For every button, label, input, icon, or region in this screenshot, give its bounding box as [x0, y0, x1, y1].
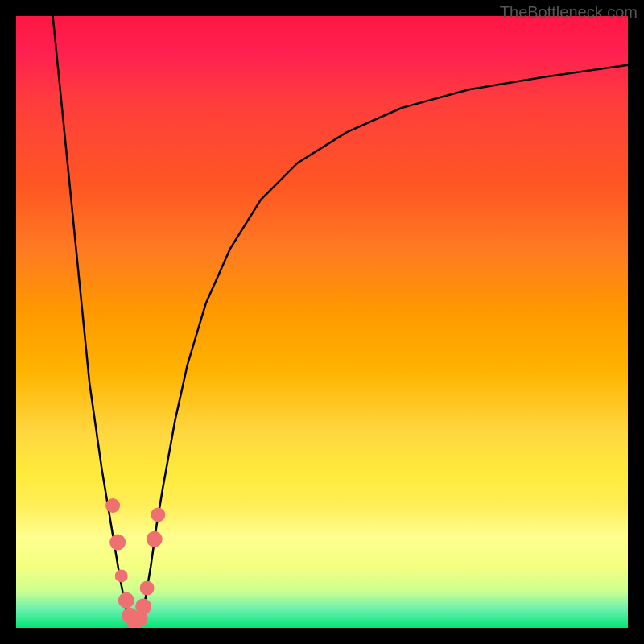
data-marker — [135, 598, 151, 614]
data-markers — [105, 498, 165, 628]
data-marker — [109, 535, 126, 551]
data-marker — [151, 507, 165, 522]
data-marker — [105, 498, 120, 513]
right-curve — [135, 65, 628, 625]
left-curve — [53, 16, 136, 625]
data-marker — [115, 569, 128, 582]
data-marker — [147, 531, 163, 547]
curve-svg — [16, 16, 628, 628]
plot-area — [16, 16, 628, 628]
chart-container: TheBottleneck.com — [0, 0, 644, 644]
data-marker — [140, 581, 155, 596]
watermark-text: TheBottleneck.com — [500, 3, 638, 22]
data-marker — [118, 592, 134, 609]
